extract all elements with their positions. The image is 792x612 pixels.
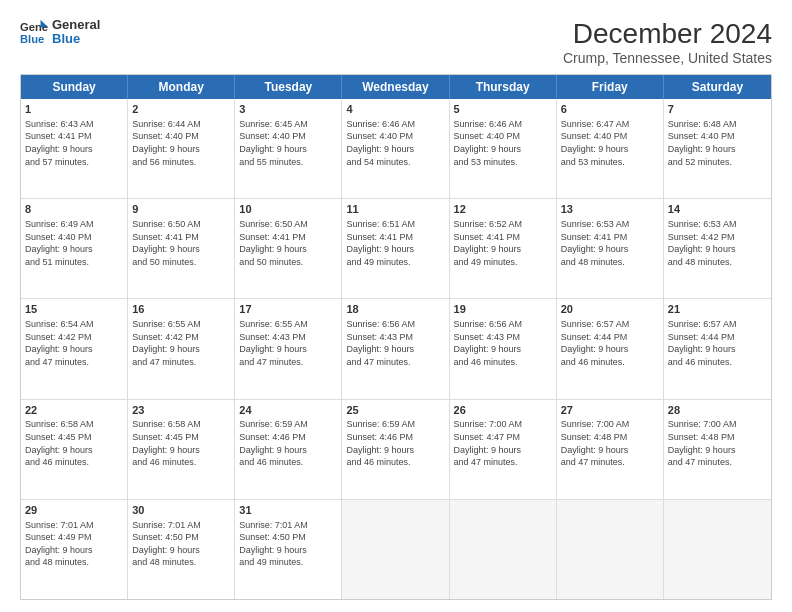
day-number: 15 xyxy=(25,302,123,317)
calendar-cell: 7Sunrise: 6:48 AMSunset: 4:40 PMDaylight… xyxy=(664,99,771,198)
cell-line: Sunrise: 7:01 AM xyxy=(25,519,123,532)
calendar-cell: 11Sunrise: 6:51 AMSunset: 4:41 PMDayligh… xyxy=(342,199,449,298)
calendar-cell: 19Sunrise: 6:56 AMSunset: 4:43 PMDayligh… xyxy=(450,299,557,398)
day-number: 11 xyxy=(346,202,444,217)
cell-line: Daylight: 9 hours xyxy=(561,143,659,156)
calendar-cell: 9Sunrise: 6:50 AMSunset: 4:41 PMDaylight… xyxy=(128,199,235,298)
cell-line: and 49 minutes. xyxy=(454,256,552,269)
cell-line: and 46 minutes. xyxy=(239,456,337,469)
calendar-header: SundayMondayTuesdayWednesdayThursdayFrid… xyxy=(21,75,771,99)
cell-line: and 47 minutes. xyxy=(668,456,767,469)
cell-line: Daylight: 9 hours xyxy=(346,343,444,356)
day-number: 12 xyxy=(454,202,552,217)
cell-line: and 47 minutes. xyxy=(25,356,123,369)
cell-line: Sunset: 4:43 PM xyxy=(346,331,444,344)
day-number: 10 xyxy=(239,202,337,217)
cell-line: Sunset: 4:45 PM xyxy=(25,431,123,444)
cell-line: and 57 minutes. xyxy=(25,156,123,169)
day-number: 23 xyxy=(132,403,230,418)
cell-line: Daylight: 9 hours xyxy=(561,243,659,256)
cell-line: and 48 minutes. xyxy=(561,256,659,269)
calendar-cell: 8Sunrise: 6:49 AMSunset: 4:40 PMDaylight… xyxy=(21,199,128,298)
calendar-row-3: 15Sunrise: 6:54 AMSunset: 4:42 PMDayligh… xyxy=(21,299,771,399)
day-number: 9 xyxy=(132,202,230,217)
header-day-tuesday: Tuesday xyxy=(235,75,342,99)
cell-line: and 46 minutes. xyxy=(132,456,230,469)
cell-line: Sunrise: 7:01 AM xyxy=(239,519,337,532)
cell-line: and 46 minutes. xyxy=(346,456,444,469)
cell-line: Daylight: 9 hours xyxy=(25,243,123,256)
calendar-cell: 27Sunrise: 7:00 AMSunset: 4:48 PMDayligh… xyxy=(557,400,664,499)
svg-text:Blue: Blue xyxy=(20,33,44,45)
day-number: 1 xyxy=(25,102,123,117)
cell-line: Sunrise: 6:56 AM xyxy=(454,318,552,331)
header-day-sunday: Sunday xyxy=(21,75,128,99)
calendar-cell: 2Sunrise: 6:44 AMSunset: 4:40 PMDaylight… xyxy=(128,99,235,198)
cell-line: and 56 minutes. xyxy=(132,156,230,169)
day-number: 2 xyxy=(132,102,230,117)
day-number: 20 xyxy=(561,302,659,317)
cell-line: Daylight: 9 hours xyxy=(132,444,230,457)
cell-line: Daylight: 9 hours xyxy=(668,343,767,356)
cell-line: Sunrise: 6:58 AM xyxy=(132,418,230,431)
cell-line: Daylight: 9 hours xyxy=(239,444,337,457)
calendar-row-4: 22Sunrise: 6:58 AMSunset: 4:45 PMDayligh… xyxy=(21,400,771,500)
day-number: 4 xyxy=(346,102,444,117)
header-day-saturday: Saturday xyxy=(664,75,771,99)
day-number: 29 xyxy=(25,503,123,518)
calendar-cell: 29Sunrise: 7:01 AMSunset: 4:49 PMDayligh… xyxy=(21,500,128,599)
cell-line: and 55 minutes. xyxy=(239,156,337,169)
cell-line: and 51 minutes. xyxy=(25,256,123,269)
cell-line: Sunset: 4:42 PM xyxy=(132,331,230,344)
cell-line: Daylight: 9 hours xyxy=(561,444,659,457)
cell-line: Daylight: 9 hours xyxy=(132,343,230,356)
calendar-cell: 1Sunrise: 6:43 AMSunset: 4:41 PMDaylight… xyxy=(21,99,128,198)
cell-line: Sunset: 4:41 PM xyxy=(25,130,123,143)
calendar-cell: 15Sunrise: 6:54 AMSunset: 4:42 PMDayligh… xyxy=(21,299,128,398)
cell-line: Daylight: 9 hours xyxy=(561,343,659,356)
cell-line: Daylight: 9 hours xyxy=(25,143,123,156)
calendar-cell: 30Sunrise: 7:01 AMSunset: 4:50 PMDayligh… xyxy=(128,500,235,599)
logo-icon: General Blue xyxy=(20,18,48,46)
cell-line: Daylight: 9 hours xyxy=(668,444,767,457)
calendar-cell xyxy=(664,500,771,599)
day-number: 8 xyxy=(25,202,123,217)
cell-line: Sunrise: 6:46 AM xyxy=(454,118,552,131)
header-day-wednesday: Wednesday xyxy=(342,75,449,99)
cell-line: Daylight: 9 hours xyxy=(668,143,767,156)
day-number: 19 xyxy=(454,302,552,317)
cell-line: Sunrise: 6:46 AM xyxy=(346,118,444,131)
calendar-cell: 6Sunrise: 6:47 AMSunset: 4:40 PMDaylight… xyxy=(557,99,664,198)
calendar-cell: 12Sunrise: 6:52 AMSunset: 4:41 PMDayligh… xyxy=(450,199,557,298)
cell-line: Sunrise: 7:00 AM xyxy=(668,418,767,431)
cell-line: Sunset: 4:46 PM xyxy=(239,431,337,444)
calendar-cell: 31Sunrise: 7:01 AMSunset: 4:50 PMDayligh… xyxy=(235,500,342,599)
cell-line: Daylight: 9 hours xyxy=(25,343,123,356)
cell-line: and 52 minutes. xyxy=(668,156,767,169)
calendar-cell: 14Sunrise: 6:53 AMSunset: 4:42 PMDayligh… xyxy=(664,199,771,298)
cell-line: and 46 minutes. xyxy=(454,356,552,369)
cell-line: and 50 minutes. xyxy=(132,256,230,269)
cell-line: Sunset: 4:48 PM xyxy=(668,431,767,444)
main-title: December 2024 xyxy=(563,18,772,50)
cell-line: Sunset: 4:47 PM xyxy=(454,431,552,444)
calendar-cell: 17Sunrise: 6:55 AMSunset: 4:43 PMDayligh… xyxy=(235,299,342,398)
header: General Blue General Blue December 2024 … xyxy=(20,18,772,66)
cell-line: Sunrise: 6:54 AM xyxy=(25,318,123,331)
day-number: 7 xyxy=(668,102,767,117)
cell-line: Daylight: 9 hours xyxy=(25,544,123,557)
cell-line: Sunset: 4:40 PM xyxy=(668,130,767,143)
cell-line: Sunset: 4:41 PM xyxy=(132,231,230,244)
calendar-cell xyxy=(557,500,664,599)
calendar-body: 1Sunrise: 6:43 AMSunset: 4:41 PMDaylight… xyxy=(21,99,771,599)
cell-line: and 48 minutes. xyxy=(132,556,230,569)
calendar-cell: 13Sunrise: 6:53 AMSunset: 4:41 PMDayligh… xyxy=(557,199,664,298)
cell-line: and 46 minutes. xyxy=(561,356,659,369)
calendar-cell: 21Sunrise: 6:57 AMSunset: 4:44 PMDayligh… xyxy=(664,299,771,398)
cell-line: Daylight: 9 hours xyxy=(132,544,230,557)
cell-line: Sunset: 4:48 PM xyxy=(561,431,659,444)
calendar-row-2: 8Sunrise: 6:49 AMSunset: 4:40 PMDaylight… xyxy=(21,199,771,299)
cell-line: Sunset: 4:42 PM xyxy=(668,231,767,244)
cell-line: Sunset: 4:44 PM xyxy=(668,331,767,344)
cell-line: and 47 minutes. xyxy=(239,356,337,369)
